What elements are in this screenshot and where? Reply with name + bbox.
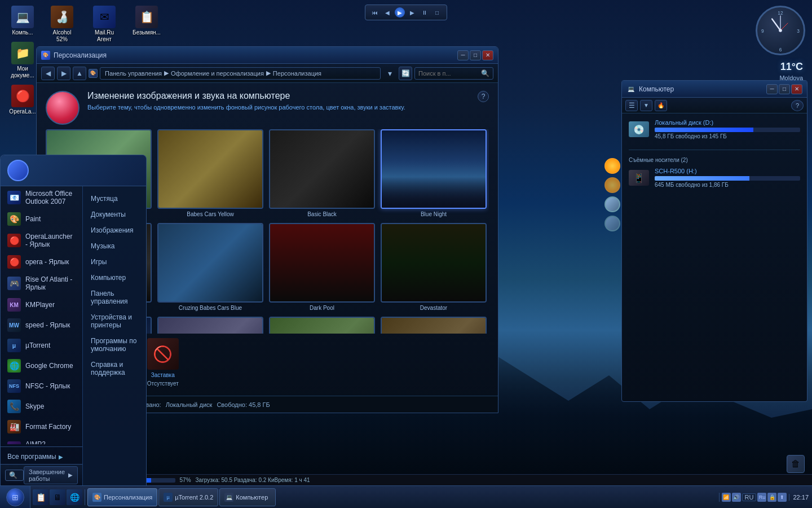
window-titlebar: 🎨 Персонализация ─ □ ✕	[37, 47, 498, 64]
desktop-icon-computer[interactable]: 💻 Компь...	[6, 6, 39, 36]
computer-close-button[interactable]: ✕	[791, 84, 802, 94]
start-menu-right-mustaca[interactable]: Мустяца	[83, 191, 146, 207]
taskbar: 📋 🖥 🌐 🎨 Персонализация µ µTorrent 2.0.2 …	[0, 485, 812, 508]
disk-item-d[interactable]: 💿 Локальный диск (D:) 45,8 ГБ свободно и…	[629, 119, 800, 139]
search-icon: 🔍	[481, 69, 489, 77]
computer-window-controls: ─ □ ✕	[766, 84, 802, 94]
opera-launcher-icon: 🔴	[7, 234, 21, 247]
utorrent-icon: µ	[7, 339, 21, 352]
start-menu-right-control-panel[interactable]: Панель управления	[83, 286, 146, 309]
trash-icon: 🗑	[787, 455, 805, 473]
nav-forward-button[interactable]: ▶	[57, 67, 70, 80]
chrome-icon: 🌐	[7, 359, 21, 373]
theme-item-extra1[interactable]	[157, 317, 263, 334]
quick-launch-icon-2[interactable]: 🖥	[50, 489, 65, 505]
tray-language[interactable]: RU	[742, 493, 757, 501]
refresh-button[interactable]: 🔄	[399, 67, 412, 80]
help-button[interactable]: ?	[478, 91, 489, 102]
start-menu-item-opera[interactable]: 🔴 opera - Ярлык	[1, 252, 82, 272]
start-menu-right-images[interactable]: Изображения	[83, 222, 146, 238]
start-button[interactable]	[0, 486, 30, 509]
disk-item-h[interactable]: 📱 SCH-R500 (H:) 645 МБ свободно из 1,86 …	[629, 168, 800, 188]
aimp2-icon: 🎵	[7, 441, 21, 444]
start-menu-item-nfsc[interactable]: NFS NFSC - Ярлык	[1, 376, 82, 396]
theme-item-dark-pool[interactable]: Dark Pool	[269, 223, 375, 311]
maximize-button[interactable]: □	[470, 50, 481, 60]
start-menu-item-speed[interactable]: MW speed - Ярлык	[1, 315, 82, 335]
user-avatar	[7, 160, 29, 181]
computer-window: 💻 Компьютер ─ □ ✕ ☰ ▼ 🔥 ? 💿 Локальный ди…	[621, 80, 807, 402]
search-input[interactable]	[418, 70, 479, 77]
theme-item-extra2[interactable]	[269, 317, 375, 334]
close-button[interactable]: ✕	[482, 50, 493, 60]
start-menu-right-devices[interactable]: Устройства и принтеры	[83, 309, 146, 333]
theme-item-blue-night[interactable]: Blue Night	[381, 129, 487, 217]
start-menu-item-rise[interactable]: 🎮 Rise Of Atlanti - Ярлык	[1, 272, 82, 295]
theme-item-babes-cars-yellow[interactable]: Babes Cars Yellow	[157, 129, 263, 217]
svg-text:12: 12	[778, 10, 783, 16]
quick-launch-icon-3[interactable]: 🌐	[67, 489, 82, 505]
start-menu-item-opera-launcher[interactable]: 🔴 OperaLauncher - Ярлык	[1, 229, 82, 252]
media-prev-button[interactable]: ◀	[382, 7, 392, 17]
svg-line-4	[772, 19, 780, 31]
shutdown-button[interactable]: Завершение работы ▶	[24, 466, 78, 484]
theme-thumb	[269, 223, 375, 303]
format-factory-icon: 🏭	[7, 420, 21, 433]
start-menu-item-format-factory[interactable]: 🏭 Format Factory	[1, 417, 82, 437]
quick-launch-area: 📋 🖥 🌐	[30, 489, 85, 505]
media-expand-button[interactable]: □	[432, 7, 442, 17]
theme-item-extra3[interactable]	[381, 317, 487, 334]
start-menu-item-aimp2[interactable]: 🎵 AIMP2 SkinEditor	[1, 437, 82, 444]
media-player-toolbar: ⏮ ◀ ▶ ▶ ⏸ □	[365, 5, 447, 20]
start-menu-right-docs[interactable]: Документы	[83, 207, 146, 222]
all-programs-item[interactable]: Все программы ▶	[1, 449, 82, 464]
media-next-button[interactable]: ▶	[407, 7, 417, 17]
start-menu-apps: 📧 Microsoft Office Outlook 2007 🎨 Paint …	[1, 186, 82, 444]
start-menu-item-utorrent[interactable]: µ µTorrent	[1, 335, 82, 356]
theme-item-devastator[interactable]: Devastator	[381, 223, 487, 311]
computer-toolbar-burn[interactable]: 🔥	[655, 100, 667, 111]
media-prev-prev-button[interactable]: ⏮	[370, 7, 380, 17]
media-play-button[interactable]: ▶	[395, 7, 405, 17]
disk-h-progress	[655, 176, 800, 181]
computer-maximize-button[interactable]: □	[779, 84, 790, 94]
start-menu-right-defaults[interactable]: Программы по умолчанию	[83, 333, 146, 357]
computer-toolbar-views[interactable]: ☰	[625, 100, 638, 111]
taskbar-item-utorrent[interactable]: µ µTorrent 2.0.2	[158, 488, 218, 506]
start-menu-right-music[interactable]: Музыка	[83, 238, 146, 254]
desktop-icon-mailru[interactable]: ✉ Mail.RuАгент	[87, 6, 121, 43]
computer-content: 💿 Локальный диск (D:) 45,8 ГБ свободно и…	[622, 113, 807, 401]
temperature-display: 11°C	[780, 61, 803, 73]
nav-up-button[interactable]: ▲	[73, 67, 86, 80]
start-menu-item-outlook[interactable]: 📧 Microsoft Office Outlook 2007	[1, 186, 82, 209]
theme-item-basic-black[interactable]: Basic Black	[269, 129, 375, 217]
desktop-icon-opera[interactable]: 🔴 OperaLa...	[6, 85, 39, 115]
start-menu-item-kmplayer[interactable]: KM KMPlayer	[1, 295, 82, 315]
breadcrumb: Панель управления ▶ Оформление и персона…	[100, 67, 381, 80]
theme-screensaver-item[interactable]: 🚫 Заставка Отсутствует	[147, 338, 179, 387]
svg-text:3: 3	[797, 28, 800, 34]
computer-minimize-button[interactable]: ─	[766, 84, 778, 94]
dropdown-icon[interactable]: ▾	[383, 67, 396, 80]
start-menu-item-skype[interactable]: 📞 Skype	[1, 396, 82, 417]
desktop-icon-unnamed[interactable]: 📋 Безымян...	[130, 6, 164, 36]
computer-toolbar-share[interactable]: ▼	[640, 100, 652, 111]
start-menu-right-games[interactable]: Игры	[83, 254, 146, 270]
start-menu-right-help[interactable]: Справка и поддержка	[83, 357, 146, 380]
desktop-icon-documents[interactable]: 📁 Моидокуме...	[6, 42, 39, 79]
theme-item-cruzing[interactable]: Cruzing Babes Cars Blue	[157, 223, 263, 311]
media-pause-button[interactable]: ⏸	[420, 7, 430, 17]
computer-toolbar-help[interactable]: ?	[791, 100, 804, 111]
start-menu-item-chrome[interactable]: 🌐 Google Chrome	[1, 356, 82, 376]
nav-back-button[interactable]: ◀	[41, 67, 55, 80]
start-menu-right-computer[interactable]: Компьютер	[83, 270, 146, 286]
desktop-icon-alcohol[interactable]: 🍶 Alcohol52%	[45, 6, 79, 43]
taskbar-item-personalization[interactable]: 🎨 Персонализация	[87, 488, 157, 506]
clock-widget: 12 3 6 9	[756, 6, 806, 56]
taskbar-item-computer[interactable]: 💻 Компьютер	[219, 488, 276, 506]
start-menu-item-paint[interactable]: 🎨 Paint	[1, 209, 82, 229]
quick-launch-icon-1[interactable]: 📋	[33, 489, 48, 505]
minimize-button[interactable]: ─	[457, 50, 469, 60]
tray-lang-icon: Ru	[757, 493, 766, 502]
taskbar-clock[interactable]: 22:17	[789, 494, 812, 501]
